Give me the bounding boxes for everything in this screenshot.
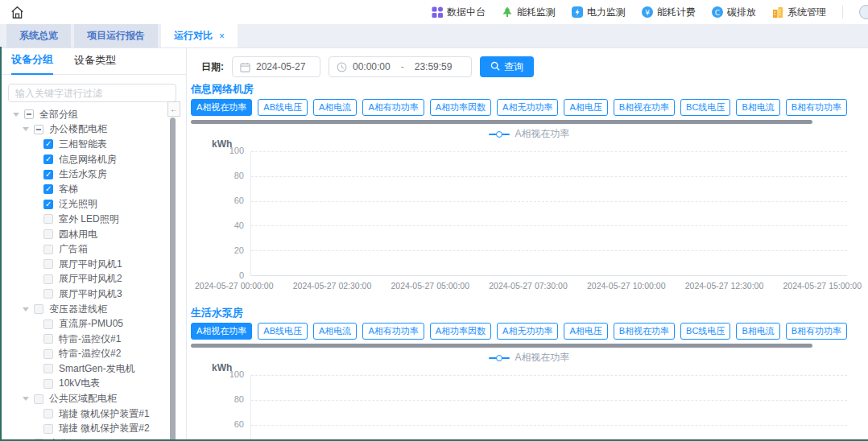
date-picker[interactable]: 2024-05-27	[232, 56, 320, 77]
checkbox[interactable]	[34, 125, 43, 134]
checkbox[interactable]	[43, 364, 53, 373]
tree-item[interactable]: 特雷-温控仪#1	[0, 332, 186, 347]
checkbox[interactable]	[43, 334, 53, 344]
legend-item[interactable]: A相视在功率	[489, 127, 569, 141]
tree-item[interactable]: 特雷-温控仪#2	[0, 347, 186, 362]
checkbox[interactable]	[43, 139, 53, 149]
tree-item[interactable]: SmartGen-发电机	[0, 361, 186, 377]
x-tick: 2024-05-27 00:00:00	[195, 281, 274, 291]
checkbox[interactable]	[34, 304, 43, 314]
checkbox[interactable]	[43, 229, 53, 239]
metric-button[interactable]: A相电流	[313, 99, 357, 116]
metric-button[interactable]: B相视在功率	[614, 323, 675, 340]
checkbox[interactable]	[43, 289, 53, 299]
metric-button[interactable]: B相电流	[736, 323, 779, 340]
tree-item[interactable]: 室外 LED照明	[0, 212, 186, 227]
metric-button[interactable]: AB线电压	[258, 99, 308, 116]
nav-data-platform[interactable]: 数据中台	[432, 6, 486, 19]
tab-run-comparison[interactable]: 运行对比 ×	[161, 24, 238, 47]
metric-button[interactable]: B相电流	[736, 99, 779, 116]
tree-item[interactable]: 泛光照明	[0, 197, 186, 212]
metric-button[interactable]: A相功率因数	[430, 323, 491, 340]
legend-item[interactable]: A相视在功率	[489, 351, 569, 365]
tree-item[interactable]: 10kV电表	[0, 377, 186, 392]
tree-item[interactable]: 园林用电	[0, 227, 186, 242]
section-water-pump-room: 生活水泵房 A相视在功率 AB线电压 A相电流 A相有功功率 A相功率因数 A相…	[190, 306, 868, 441]
metric-button[interactable]: A相功率因数	[430, 99, 491, 116]
tab-project-report[interactable]: 项目运行报告	[74, 24, 158, 47]
checkbox[interactable]	[43, 424, 53, 434]
caret-down-icon[interactable]	[13, 113, 19, 117]
tree-item[interactable]: 生活水泵房	[0, 167, 186, 182]
checkbox[interactable]	[34, 394, 43, 404]
checkbox[interactable]	[43, 155, 53, 164]
metric-button[interactable]: B相视在功率	[614, 99, 675, 116]
tree-item[interactable]: 公共区域配电柜	[0, 391, 186, 406]
checkbox[interactable]	[43, 409, 53, 418]
nav-system-management[interactable]: 系统管理	[772, 6, 826, 19]
metric-button[interactable]: A相电压	[564, 323, 607, 340]
tree-item[interactable]: 变压器进线柜	[0, 302, 186, 317]
metric-button[interactable]: BC线电压	[680, 99, 730, 116]
tree-item[interactable]: 广告箱	[0, 241, 186, 257]
plot-area	[250, 375, 847, 441]
metric-row-scrollbar[interactable]	[191, 120, 812, 124]
nav-carbon-emission[interactable]: C 碳排放	[712, 6, 756, 19]
checkbox[interactable]	[43, 200, 53, 209]
caret-down-icon[interactable]	[23, 127, 29, 131]
tree-item[interactable]: 展厅平时风机3	[0, 286, 186, 302]
user-avatar[interactable]	[859, 5, 868, 19]
tree-item[interactable]: 客梯	[0, 182, 186, 197]
metric-button[interactable]: AB线电压	[258, 323, 308, 340]
tree-item[interactable]: 瑞捷 微机保护装置#2	[0, 421, 186, 436]
tree-item[interactable]: 展厅平时风机1	[0, 257, 186, 272]
tree-scrollbar[interactable]	[170, 117, 176, 441]
close-icon[interactable]: ×	[219, 31, 225, 42]
metric-button[interactable]: A相电压	[564, 99, 607, 116]
tree-item[interactable]: 直流屏-PMU05	[0, 316, 186, 332]
tab-device-group[interactable]: 设备分组	[11, 52, 53, 75]
checkbox[interactable]	[24, 109, 34, 119]
query-button[interactable]: 查询	[480, 56, 534, 77]
checkbox[interactable]	[43, 170, 53, 179]
metric-row-scrollbar[interactable]	[191, 344, 812, 348]
tree-item[interactable]: 瑞捷 微机保护装置#1	[0, 406, 186, 422]
tab-system-overview[interactable]: 系统总览	[6, 24, 71, 47]
metric-button[interactable]: B相有功功率	[786, 99, 847, 116]
metric-button[interactable]: A相有功功率	[362, 99, 424, 116]
checkbox[interactable]	[43, 259, 53, 269]
checkbox[interactable]	[43, 349, 53, 359]
nav-power-monitor[interactable]: 电力监测	[572, 6, 626, 19]
home-button[interactable]	[8, 3, 26, 21]
checkbox[interactable]	[43, 245, 53, 254]
metric-button[interactable]: A相视在功率	[191, 99, 252, 116]
checkbox[interactable]	[43, 184, 53, 194]
nav-energy-billing[interactable]: ¥ 能耗计费	[642, 6, 696, 19]
caret-down-icon[interactable]	[23, 307, 29, 311]
metric-button[interactable]: A相电流	[313, 323, 357, 340]
checkbox[interactable]	[43, 379, 53, 389]
checkbox[interactable]	[43, 214, 53, 224]
tree-item[interactable]: 三相智能表	[0, 137, 186, 152]
sidebar-collapse-button[interactable]: ←	[167, 101, 180, 117]
tree-item[interactable]: 办公楼配电柜	[0, 122, 186, 138]
nav-energy-monitor[interactable]: 能耗监测	[502, 6, 556, 19]
tree-item-label: 信息网络机房	[59, 153, 117, 167]
time-range-picker[interactable]: 00:00:00 - 23:59:59	[329, 56, 472, 77]
tree-item[interactable]: 全部分组	[0, 107, 186, 122]
metric-button[interactable]: A相无功功率	[497, 99, 558, 116]
caret-down-icon[interactable]	[23, 397, 29, 401]
tree-item[interactable]: 展厅平时风机2	[0, 272, 186, 287]
checkbox[interactable]	[43, 274, 53, 284]
tab-device-type[interactable]: 设备类型	[74, 53, 116, 74]
tree-filter-input[interactable]	[8, 84, 176, 102]
tree-item[interactable]: 信息网络机房	[0, 152, 186, 167]
tree-item-label: 展厅平时风机2	[59, 272, 122, 286]
line-series-marker-icon	[489, 354, 510, 362]
checkbox[interactable]	[43, 319, 53, 329]
metric-button[interactable]: BC线电压	[680, 323, 730, 340]
metric-button[interactable]: A相有功功率	[362, 323, 424, 340]
metric-button[interactable]: A相无功功率	[497, 323, 558, 340]
metric-button[interactable]: B相有功功率	[786, 323, 847, 340]
metric-button[interactable]: A相视在功率	[191, 323, 252, 340]
